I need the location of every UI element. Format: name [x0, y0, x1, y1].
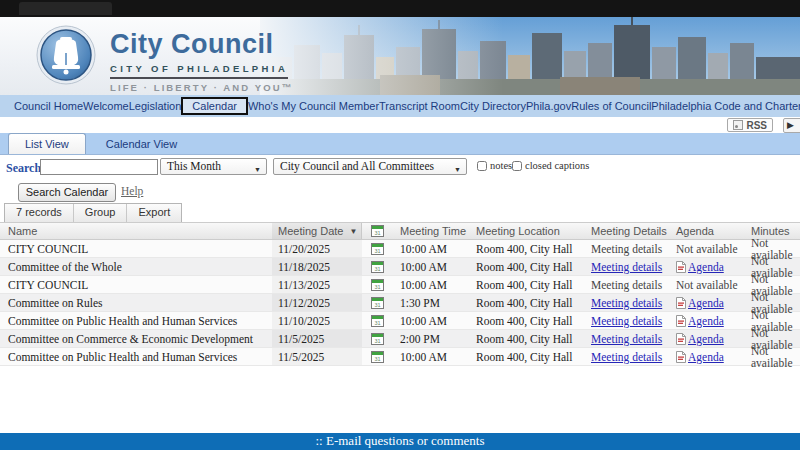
svg-text:31: 31	[374, 265, 380, 271]
notes-checkbox-label: notes	[490, 160, 512, 171]
cell-name: Committee on Public Health and Human Ser…	[0, 315, 272, 327]
cell-meeting-time: 10:00 AM	[392, 261, 470, 273]
tab-list-view[interactable]: List View	[8, 133, 86, 154]
pdf-icon	[676, 315, 686, 327]
cell-meeting-location: Room 400, City Hall	[470, 315, 585, 327]
rss-row: RSS ▶	[0, 117, 800, 133]
cell-name: Committee on Rules	[0, 297, 272, 309]
search-input[interactable]	[40, 159, 158, 175]
meeting-details-link[interactable]: Meeting details	[591, 297, 662, 309]
nav-rules-of-council[interactable]: Rules of Council	[571, 100, 651, 112]
cell-meeting-date: 11/10/2025	[272, 312, 362, 329]
closed-captions-checkbox-group: closed captions	[512, 160, 589, 171]
meeting-details-link[interactable]: Meeting details	[591, 261, 662, 273]
browser-tab-shape	[19, 2, 112, 15]
svg-text:31: 31	[374, 355, 380, 361]
notes-checkbox[interactable]	[477, 161, 487, 171]
period-select[interactable]: This Month ▼	[160, 158, 267, 175]
col-header-agenda[interactable]: Agenda	[670, 225, 745, 237]
records-toolbar: 7 records Group Export	[4, 203, 182, 223]
calendar-icon[interactable]: 31	[371, 315, 384, 327]
nav-transcript-room[interactable]: Transcript Room	[379, 100, 460, 112]
nav-legislation[interactable]: Legislation	[129, 100, 182, 112]
pdf-icon	[676, 333, 686, 345]
col-header-meeting-time[interactable]: Meeting Time	[392, 225, 470, 237]
col-header-meeting-date[interactable]: Meeting Date ▼	[272, 223, 362, 239]
cell-meeting-location: Room 400, City Hall	[470, 261, 585, 273]
cell-name: CITY COUNCIL	[0, 279, 272, 291]
page: City Council CITY OF PHILADELPHIA LIFE ·…	[0, 0, 800, 450]
col-header-meeting-location[interactable]: Meeting Location	[470, 225, 585, 237]
meeting-details-link[interactable]: Meeting details	[591, 351, 662, 363]
agenda-link[interactable]: Agenda	[688, 351, 724, 363]
cell-meeting-time: 10:00 AM	[392, 351, 470, 363]
calendar-icon[interactable]: 31	[371, 261, 384, 273]
agenda-link[interactable]: Agenda	[688, 261, 724, 273]
liberty-bell-logo	[36, 25, 96, 85]
nav-calendar[interactable]: Calendar	[181, 97, 248, 115]
banner-title-block: City Council CITY OF PHILADELPHIA LIFE ·…	[110, 30, 293, 93]
sort-desc-icon: ▼	[349, 227, 357, 236]
col-header-calendar: 31	[362, 225, 392, 237]
cell-meeting-time: 10:00 AM	[392, 243, 470, 255]
cell-meeting-date: 11/5/2025	[272, 330, 362, 347]
table-row: Committee on Public Health and Human Ser…	[0, 312, 800, 330]
cell-name: CITY COUNCIL	[0, 243, 272, 255]
col-header-minutes[interactable]: Minutes	[745, 225, 800, 237]
calendar-icon[interactable]: 31	[371, 351, 384, 363]
cell-meeting-time: 2:00 PM	[392, 333, 470, 345]
print-icon[interactable]: ▶	[783, 118, 800, 133]
nav-council-home[interactable]: Council Home	[14, 100, 83, 112]
meeting-details-text: Meeting details	[591, 279, 662, 291]
agenda-link[interactable]: Agenda	[688, 297, 724, 309]
cell-meeting-location: Room 400, City Hall	[470, 243, 585, 255]
banner: City Council CITY OF PHILADELPHIA LIFE ·…	[0, 17, 800, 95]
pdf-icon	[676, 351, 686, 363]
agenda-link[interactable]: Agenda	[688, 333, 724, 345]
rss-button[interactable]: RSS	[727, 118, 773, 132]
cell-meeting-date: 11/20/2025	[272, 240, 362, 257]
cell-name: Committee of the Whole	[0, 261, 272, 273]
calendar-icon[interactable]: 31	[371, 297, 384, 309]
nav-code-and-charter[interactable]: Philadelphia Code and Charter	[651, 100, 800, 112]
top-black-bar	[0, 0, 800, 18]
calendar-icon[interactable]: 31	[371, 243, 384, 255]
meeting-details-link[interactable]: Meeting details	[591, 333, 662, 345]
group-button[interactable]: Group	[74, 204, 128, 222]
nav-city-directory[interactable]: City Directory	[460, 100, 526, 112]
export-button[interactable]: Export	[127, 204, 181, 222]
svg-text:31: 31	[374, 319, 380, 325]
cell-meeting-date: 11/5/2025	[272, 348, 362, 365]
closed-captions-checkbox[interactable]	[512, 161, 522, 171]
meeting-details-link[interactable]: Meeting details	[591, 315, 662, 327]
nav-whos-my-council-member[interactable]: Who's My Council Member	[248, 100, 379, 112]
pdf-icon	[676, 297, 686, 309]
table-header-row: Name Meeting Date ▼ 31 Meeting Time Meet…	[0, 222, 800, 240]
calendar-icon[interactable]: 31	[371, 279, 384, 291]
table-row: CITY COUNCIL 11/20/2025 31 10:00 AM Room…	[0, 240, 800, 258]
nav-phila-gov[interactable]: Phila.gov	[526, 100, 571, 112]
notes-checkbox-group: notes	[477, 160, 512, 171]
tab-calendar-view[interactable]: Calendar View	[90, 134, 193, 154]
help-link[interactable]: Help	[121, 185, 143, 197]
calendar-icon[interactable]: 31	[371, 333, 384, 345]
agenda-link[interactable]: Agenda	[688, 315, 724, 327]
records-count-button[interactable]: 7 records	[5, 204, 74, 222]
pdf-icon	[676, 261, 686, 273]
banner-subtitle: CITY OF PHILADELPHIA	[110, 63, 288, 79]
cell-name: Committee on Public Health and Human Ser…	[0, 351, 272, 363]
chevron-down-icon: ▼	[454, 163, 461, 178]
nav-welcome[interactable]: Welcome	[83, 100, 129, 112]
meeting-details-text: Meeting details	[591, 243, 662, 255]
rss-label: RSS	[746, 120, 767, 131]
col-header-meeting-details[interactable]: Meeting Details	[585, 225, 670, 237]
committee-select[interactable]: City Council and All Committees ▼	[273, 158, 467, 175]
meetings-table: Name Meeting Date ▼ 31 Meeting Time Meet…	[0, 222, 800, 366]
table-row: CITY COUNCIL 11/13/2025 31 10:00 AM Room…	[0, 276, 800, 294]
svg-text:31: 31	[374, 337, 380, 343]
email-questions-link[interactable]: :: E-mail questions or comments	[316, 433, 485, 448]
table-row: Committee on Commerce & Economic Develop…	[0, 330, 800, 348]
col-header-name[interactable]: Name	[0, 225, 272, 237]
search-calendar-button[interactable]: Search Calendar	[18, 183, 116, 202]
cell-meeting-date: 11/12/2025	[272, 294, 362, 311]
